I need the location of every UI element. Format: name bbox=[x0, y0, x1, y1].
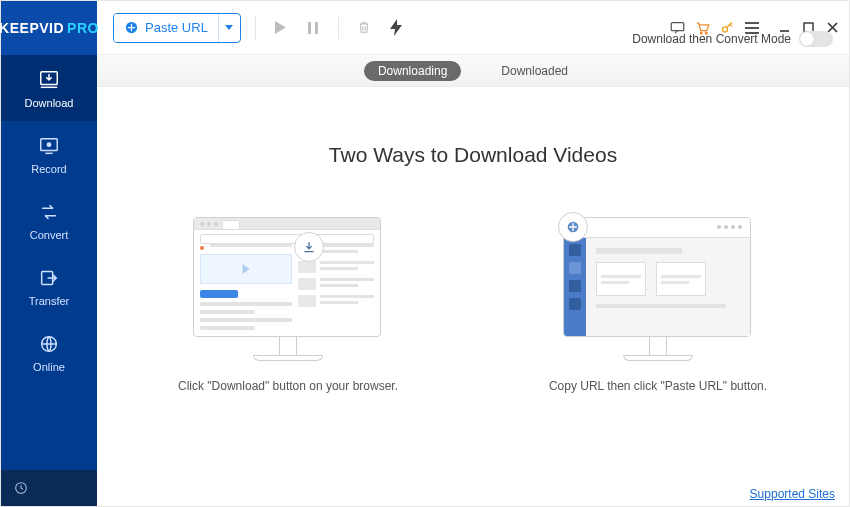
sidebar-item-download[interactable]: Download bbox=[1, 55, 97, 121]
pause-button[interactable] bbox=[302, 17, 324, 39]
delete-button[interactable] bbox=[353, 17, 375, 39]
download-icon bbox=[35, 69, 63, 91]
content-area: Paste URL bbox=[97, 1, 849, 506]
footer: Supported Sites bbox=[97, 482, 849, 506]
monitor-illustration bbox=[193, 217, 383, 361]
sidebar-footer bbox=[1, 470, 97, 506]
convert-mode-label: Download then Convert Mode bbox=[632, 32, 791, 46]
plus-badge-icon bbox=[558, 212, 588, 242]
paste-url-label: Paste URL bbox=[145, 20, 208, 35]
tab-downloaded-label: Downloaded bbox=[501, 64, 568, 78]
turbo-button[interactable] bbox=[385, 17, 407, 39]
brand-logo: KEEPVID PRO bbox=[1, 1, 97, 55]
sidebar-item-record[interactable]: Record bbox=[1, 121, 97, 187]
clock-icon[interactable] bbox=[13, 480, 29, 496]
brand-text-2: PRO bbox=[67, 20, 99, 36]
sidebar-item-label: Transfer bbox=[29, 295, 70, 307]
method-browser-caption: Click "Download" button on your browser. bbox=[178, 377, 398, 395]
app-window: KEEPVID PRO Download Record Convert Tran… bbox=[0, 0, 850, 507]
sidebar-item-label: Download bbox=[25, 97, 74, 109]
sidebar-item-transfer[interactable]: Transfer bbox=[1, 253, 97, 319]
illustration-row: Click "Download" button on your browser. bbox=[158, 217, 788, 395]
svg-rect-7 bbox=[308, 22, 311, 34]
play-icon bbox=[275, 21, 286, 34]
svg-rect-8 bbox=[315, 22, 318, 34]
record-icon bbox=[35, 135, 63, 157]
sidebar-item-convert[interactable]: Convert bbox=[1, 187, 97, 253]
globe-icon bbox=[35, 333, 63, 355]
separator bbox=[338, 17, 339, 39]
plus-circle-icon bbox=[124, 20, 139, 35]
convert-mode-row: Download then Convert Mode bbox=[632, 31, 833, 47]
separator bbox=[255, 17, 256, 39]
method-paste: Copy URL then click "Paste URL" button. bbox=[528, 217, 788, 395]
sidebar-item-label: Convert bbox=[30, 229, 69, 241]
tab-downloading[interactable]: Downloading bbox=[364, 61, 461, 81]
paste-url-group: Paste URL bbox=[113, 13, 241, 43]
sidebar-nav: Download Record Convert Transfer Online bbox=[1, 55, 97, 470]
chevron-down-icon bbox=[225, 25, 233, 30]
subtabs: Downloading Downloaded bbox=[97, 55, 849, 87]
sidebar-item-label: Record bbox=[31, 163, 66, 175]
paste-url-button[interactable]: Paste URL bbox=[114, 14, 218, 42]
transfer-icon bbox=[35, 267, 63, 289]
method-browser: Click "Download" button on your browser. bbox=[158, 217, 418, 395]
convert-icon bbox=[35, 201, 63, 223]
tab-downloaded[interactable]: Downloaded bbox=[487, 61, 582, 81]
headline: Two Ways to Download Videos bbox=[329, 143, 617, 167]
monitor-illustration bbox=[563, 217, 753, 361]
svg-point-2 bbox=[47, 142, 52, 147]
convert-mode-toggle[interactable] bbox=[799, 31, 833, 47]
pause-icon bbox=[308, 22, 318, 34]
sidebar: KEEPVID PRO Download Record Convert Tran… bbox=[1, 1, 97, 506]
sidebar-item-online[interactable]: Online bbox=[1, 319, 97, 385]
method-paste-caption: Copy URL then click "Paste URL" button. bbox=[549, 377, 767, 395]
svg-rect-9 bbox=[671, 23, 684, 31]
play-button[interactable] bbox=[270, 17, 292, 39]
sidebar-item-label: Online bbox=[33, 361, 65, 373]
supported-sites-link[interactable]: Supported Sites bbox=[750, 487, 835, 501]
download-badge-icon bbox=[294, 232, 324, 262]
tab-downloading-label: Downloading bbox=[378, 64, 447, 78]
lightning-icon bbox=[390, 19, 402, 36]
trash-icon bbox=[357, 20, 371, 35]
brand-text-1: KEEPVID bbox=[0, 20, 64, 36]
paste-url-dropdown[interactable] bbox=[218, 14, 240, 42]
main-panel: Two Ways to Download Videos bbox=[97, 87, 849, 482]
